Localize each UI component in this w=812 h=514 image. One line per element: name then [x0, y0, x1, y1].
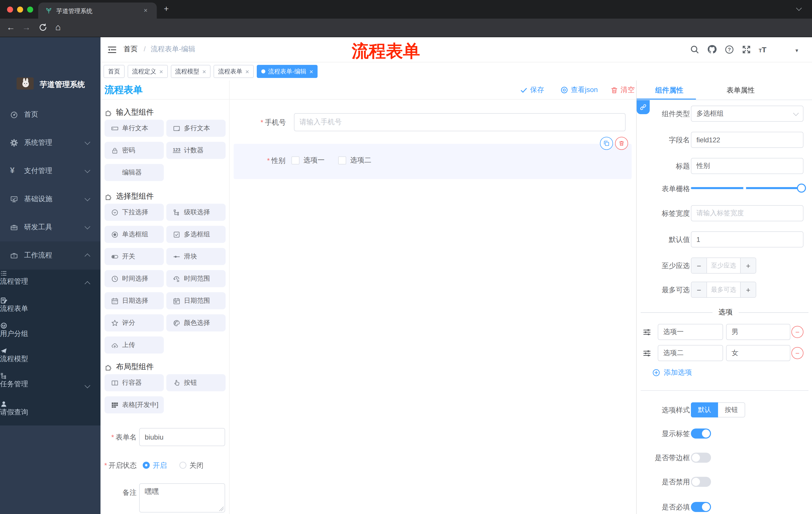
chip-password[interactable]: 密码 [105, 142, 164, 159]
min-select-input[interactable]: 至少应选 [707, 261, 740, 270]
radio-on-label[interactable]: 开启 [153, 461, 167, 470]
form-name-input[interactable]: biubiu [139, 428, 225, 446]
tag-process-form-edit[interactable]: 流程表单-编辑× [257, 65, 318, 78]
tag-process-form[interactable]: 流程表单× [213, 65, 254, 78]
sidebar-item-home[interactable]: 首页 [0, 101, 100, 129]
canvas-phone-input[interactable]: 请输入手机号 [294, 113, 626, 131]
view-json-button[interactable]: 查看json [560, 85, 598, 94]
chip-checkbox-group[interactable]: 多选框组 [166, 226, 226, 243]
close-icon[interactable]: × [310, 67, 313, 75]
home-icon[interactable]: ⌂ [55, 23, 61, 32]
traffic-minimize-button[interactable] [17, 6, 23, 12]
radio-off[interactable] [179, 462, 186, 469]
new-tab-button[interactable]: + [164, 4, 169, 14]
option2-label-input[interactable]: 选项二 [658, 345, 723, 361]
traffic-close-button[interactable] [7, 6, 13, 12]
stepper-minus-button[interactable]: − [691, 282, 707, 297]
stepper-plus-button[interactable]: + [740, 258, 756, 273]
chip-slider[interactable]: 滑块 [166, 248, 226, 265]
back-icon[interactable]: ← [6, 23, 15, 32]
sidebar-item-process-form[interactable]: 流程表单 [0, 297, 100, 322]
disabled-toggle[interactable] [691, 477, 711, 487]
copy-component-button[interactable] [600, 137, 613, 150]
breadcrumb-home[interactable]: 首页 [124, 45, 138, 54]
tab-form-props[interactable]: 表单属性 [727, 86, 755, 95]
chip-time-picker[interactable]: 时间选择 [105, 270, 164, 287]
sidebar-item-process-model[interactable]: 流程模型 [0, 347, 100, 372]
stepper-minus-button[interactable]: − [691, 258, 707, 273]
show-label-toggle[interactable] [691, 429, 711, 438]
default-value-input[interactable]: 1 [691, 231, 804, 247]
sidebar-item-infra[interactable]: 基础设施 [0, 185, 100, 213]
chip-color-picker[interactable]: 颜色选择 [166, 314, 226, 331]
style-button-button[interactable]: 按钮 [718, 402, 745, 417]
tag-home[interactable]: 首页 [104, 65, 125, 78]
resize-handle[interactable] [219, 506, 224, 511]
chip-select[interactable]: 下拉选择 [105, 204, 164, 221]
checkbox-option1[interactable] [291, 156, 299, 164]
drag-handle-icon[interactable] [643, 349, 651, 358]
avatar-caret-icon[interactable]: ▾ [795, 47, 798, 54]
browser-tab[interactable]: 芋道管理系统 × [38, 2, 157, 19]
sidebar-item-leave-query[interactable]: 请假查询 [0, 400, 100, 426]
sidebar-item-user-group[interactable]: 用户分组 [0, 322, 100, 347]
chip-rate[interactable]: 评分 [105, 314, 164, 331]
tab-component-props[interactable]: 组件属性 [655, 86, 684, 95]
grid-slider-track[interactable] [691, 187, 804, 189]
sidebar-item-process-mgmt[interactable]: 流程管理 [0, 270, 100, 297]
save-button[interactable]: 保存 [520, 85, 544, 94]
fullscreen-icon[interactable] [742, 45, 751, 54]
clear-button[interactable]: 清空 [610, 85, 635, 94]
chip-radio-group[interactable]: 单选框组 [105, 226, 164, 243]
required-toggle[interactable] [691, 502, 711, 512]
chip-editor[interactable]: 编辑器 [105, 164, 164, 181]
stepper-plus-button[interactable]: + [740, 282, 756, 297]
chip-counter[interactable]: 123 计数器 [166, 142, 226, 159]
label-width-input[interactable]: 请输入标签宽度 [691, 205, 804, 221]
tag-process-model[interactable]: 流程模型× [171, 65, 210, 78]
chip-date-picker[interactable]: 日期选择 [105, 292, 164, 309]
sidebar-item-task-mgmt[interactable]: 任务管理 [0, 372, 100, 400]
forward-icon[interactable]: → [22, 23, 31, 32]
remove-option1-button[interactable]: − [791, 326, 804, 338]
chip-table[interactable]: 表格[开发中] [105, 396, 164, 413]
option1-value-input[interactable]: 男 [726, 324, 790, 340]
radio-off-label[interactable]: 关闭 [190, 461, 203, 470]
close-icon[interactable]: × [245, 67, 249, 75]
sidebar-item-workflow[interactable]: 工作流程 [0, 241, 100, 270]
chip-row-container[interactable]: 行容器 [105, 374, 164, 391]
sidebar-item-pay[interactable]: ¥ 支付管理 [0, 157, 100, 185]
tab-search-chevron-icon[interactable] [797, 6, 801, 10]
option1-label-input[interactable]: 选项一 [658, 324, 723, 340]
sidebar-item-dev[interactable]: 研发工具 [0, 213, 100, 241]
border-toggle[interactable] [691, 453, 711, 463]
sidebar-item-system[interactable]: 系统管理 [0, 129, 100, 157]
form-remark-textarea[interactable]: 嘿嘿 [139, 483, 225, 513]
slider-handle[interactable] [797, 184, 806, 193]
field-name-input[interactable]: field122 [691, 132, 804, 148]
close-icon[interactable]: × [202, 67, 206, 75]
chip-switch[interactable]: 开关 [105, 248, 164, 265]
chip-cascader[interactable]: 级联选择 [166, 204, 226, 221]
add-option-button[interactable]: 添加选项 [652, 368, 692, 377]
collapse-menu-icon[interactable] [108, 46, 117, 54]
style-default-button[interactable]: 默认 [691, 402, 718, 417]
max-select-input[interactable]: 最多可选 [707, 286, 740, 294]
selected-component-block[interactable]: *性别 选项一 选项二 [234, 144, 632, 179]
remove-option2-button[interactable]: − [791, 347, 804, 359]
title-input[interactable]: 性别 [691, 158, 804, 174]
type-select[interactable]: 多选框组 [691, 106, 804, 122]
close-icon[interactable]: × [159, 67, 163, 75]
checkbox-option2[interactable] [338, 156, 346, 164]
chip-time-range[interactable]: 时间范围 [166, 270, 226, 287]
checkbox-option2-label[interactable]: 选项二 [350, 156, 371, 165]
help-icon[interactable]: ? [725, 45, 734, 54]
chip-textarea[interactable]: 多行文本 [166, 120, 226, 137]
reload-icon[interactable] [39, 23, 47, 32]
drag-handle-icon[interactable] [643, 328, 651, 336]
radio-on[interactable] [143, 462, 150, 469]
traffic-zoom-button[interactable] [27, 6, 33, 12]
delete-component-button[interactable] [615, 137, 628, 150]
option2-value-input[interactable]: 女 [726, 345, 790, 361]
checkbox-option1-label[interactable]: 选项一 [303, 156, 325, 165]
